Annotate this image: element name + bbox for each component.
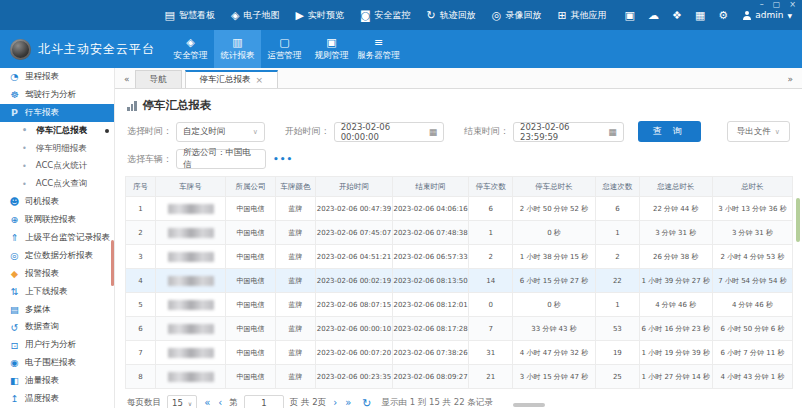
sidebar-item[interactable]: ⇅上下线报表	[0, 283, 114, 301]
horizontal-scrollbar[interactable]	[513, 403, 545, 407]
sidebar-item[interactable]: ↥温度报表	[0, 390, 114, 408]
export-file-button[interactable]: 导出文件 ∨	[727, 121, 790, 142]
license-plate-cell	[156, 365, 226, 389]
filter-row-1: 选择时间： 自定义时间 ∨ 开始时间： 2023-02-06 00:00:00 …	[127, 121, 790, 142]
table-cell: 蓝牌	[276, 245, 316, 269]
table-cell: 蓝牌	[276, 269, 316, 293]
sidebar-item[interactable]: ACC点火统计	[0, 157, 114, 175]
monitor-icon[interactable]: ▣	[625, 10, 635, 21]
restore-icon[interactable]: ▢	[773, 1, 781, 9]
tab-label: 停车汇总报表	[200, 74, 251, 86]
sidebar-scrollbar[interactable]	[111, 240, 114, 286]
table-row[interactable]: 5中国电信蓝牌2023-02-06 08:07:152023-02-06 08:…	[126, 293, 793, 317]
nav-item-1[interactable]: ▥统计报表	[214, 30, 261, 68]
close-icon[interactable]: ×	[256, 76, 264, 85]
multimedia-icon: ▤	[9, 305, 20, 315]
mileage-icon: ◔	[9, 72, 20, 82]
sidebar-item[interactable]: ◉电子围栏报表	[0, 354, 114, 372]
vehicle-select-input[interactable]: 所选公司：中国电信	[176, 149, 266, 169]
table-row[interactable]: 2中国电信蓝牌2023-02-06 07:45:072023-02-06 07:…	[126, 221, 793, 245]
topbar-item[interactable]: ◈电子地图	[231, 9, 279, 22]
table-row[interactable]: 4中国电信蓝牌2023-02-06 00:02:192023-02-06 08:…	[126, 269, 793, 293]
apps-grid-icon[interactable]: ▦	[695, 10, 705, 21]
sidebar-item[interactable]: ▤多媒体	[0, 301, 114, 319]
theme-icon[interactable]: ❖	[672, 10, 682, 21]
nav-item-4[interactable]: ≡服务器管理	[355, 30, 402, 68]
nav-item-3[interactable]: ▣规则管理	[308, 30, 355, 68]
topbar-item[interactable]: ⊞其他应用	[557, 9, 606, 22]
main-nav: ◈安全管理▥统计报表▢运营管理▣规则管理≡服务器管理	[167, 30, 402, 68]
table-cell: 中国电信	[226, 365, 276, 389]
table-cell: 7	[469, 317, 512, 341]
more-options-button[interactable]: •••	[273, 154, 293, 164]
sidebar-item[interactable]: ↺数据查询	[0, 318, 114, 336]
sidebar-item-label: 司机报表	[25, 196, 59, 208]
sidebar-item[interactable]: ◔里程报表	[0, 68, 114, 86]
license-plate-blurred	[168, 324, 214, 334]
table-cell: 中国电信	[226, 221, 276, 245]
next-page-icon[interactable]: ›	[332, 398, 338, 408]
collapse-tabs-icon[interactable]: «	[119, 74, 135, 88]
sidebar-item[interactable]: ☸驾驶行为分析	[0, 86, 114, 104]
nav-item-2[interactable]: ▢运营管理	[261, 30, 308, 68]
topbar-item[interactable]: ▶实时预览	[295, 9, 343, 22]
stats-report-icon: ▥	[232, 37, 242, 48]
sidebar-item[interactable]: ◧油量报表	[0, 372, 114, 390]
sidebar-item[interactable]: ☻司机报表	[0, 193, 114, 211]
sidebar-item-label: 多媒体	[25, 304, 51, 316]
sidebar-item[interactable]: ⇑上级平台监管记录报表	[0, 229, 114, 247]
start-time-input[interactable]: 2023-02-06 00:00:00 ▦	[334, 122, 445, 142]
sidebar-item-label: ACC点火查询	[36, 178, 88, 190]
tab-parking-summary-report[interactable]: 停车汇总报表 ×	[185, 70, 279, 88]
topbar-item[interactable]: ◎录像回放	[492, 9, 542, 22]
topbar-item[interactable]: ↻轨迹回放	[427, 9, 476, 22]
sidebar-item[interactable]: ⊕联网联控报表	[0, 211, 114, 229]
table-row[interactable]: 6中国电信蓝牌2023-02-06 00:00:102023-02-06 08:…	[126, 317, 793, 341]
close-icon[interactable]: ×	[789, 1, 796, 9]
sidebar-item-label: ACC点火统计	[36, 160, 88, 172]
sidebar-item[interactable]: ◆报警报表	[0, 265, 114, 283]
table-row[interactable]: 8中国电信蓝牌2023-02-06 00:23:352023-02-06 08:…	[126, 365, 793, 389]
cloud-icon[interactable]: ☁	[648, 10, 659, 21]
topbar-item[interactable]: ◙安全监控	[360, 9, 411, 22]
sidebar-item-label: 温度报表	[25, 393, 59, 405]
table-cell: 4 分钟 46 秒	[639, 293, 712, 317]
map-icon: ◈	[231, 10, 239, 21]
online-offline-icon: ⇅	[9, 287, 20, 297]
calendar-icon[interactable]: ▦	[608, 127, 617, 137]
sidebar-item[interactable]: 停车汇总报表	[0, 122, 114, 140]
calendar-icon[interactable]: ▦	[429, 127, 438, 137]
time-range-select[interactable]: 自定义时间 ∨	[176, 122, 265, 142]
table-row[interactable]: 3中国电信蓝牌2023-02-06 04:51:212023-02-06 06:…	[126, 245, 793, 269]
first-page-icon[interactable]: «	[203, 398, 211, 408]
table-cell: 31	[469, 341, 512, 365]
expand-tabs-icon[interactable]: »	[782, 74, 798, 88]
refresh-icon[interactable]: ↻	[362, 398, 371, 408]
table-row[interactable]: 1中国电信蓝牌2023-02-06 00:47:392023-02-06 04:…	[126, 197, 793, 221]
table-vertical-scrollbar[interactable]	[796, 198, 800, 242]
nav-item-label: 服务器管理	[357, 50, 400, 62]
minimize-icon[interactable]: –	[760, 1, 764, 9]
sidebar-item[interactable]: ACC点火查询	[0, 175, 114, 193]
table-cell: 7 小时 54 分钟 54 秒	[712, 269, 792, 293]
per-page-select[interactable]: 15 ∨	[167, 395, 197, 408]
sidebar-item[interactable]: ⊡用户行为分析	[0, 336, 114, 354]
sidebar-item[interactable]: ◎定位数据分析报表	[0, 247, 114, 265]
query-button[interactable]: 查 询	[638, 121, 701, 142]
prev-page-icon[interactable]: ‹	[217, 398, 223, 408]
sidebar-item[interactable]: 停车明细报表	[0, 140, 114, 158]
window-controls: –▢×	[760, 1, 796, 9]
end-time-input[interactable]: 2023-02-06 23:59:59 ▦	[513, 122, 624, 142]
last-page-icon[interactable]: »	[344, 398, 352, 408]
user-menu[interactable]: admin ▼	[742, 10, 792, 20]
tab-navigation[interactable]: 导航	[135, 70, 182, 88]
table-cell: 3	[126, 245, 156, 269]
page-number-input[interactable]	[244, 395, 284, 408]
topbar-item[interactable]: ▤智慧看板	[165, 9, 215, 22]
sidebar-item[interactable]: P行车报表	[0, 104, 114, 122]
table-cell: 1	[596, 293, 639, 317]
table-row[interactable]: 7中国电信蓝牌2023-02-06 00:07:202023-02-06 07:…	[126, 341, 793, 365]
nav-item-0[interactable]: ◈安全管理	[167, 30, 214, 68]
nav-item-label: 运营管理	[268, 50, 302, 62]
gear-icon[interactable]: ⚙	[718, 10, 728, 21]
